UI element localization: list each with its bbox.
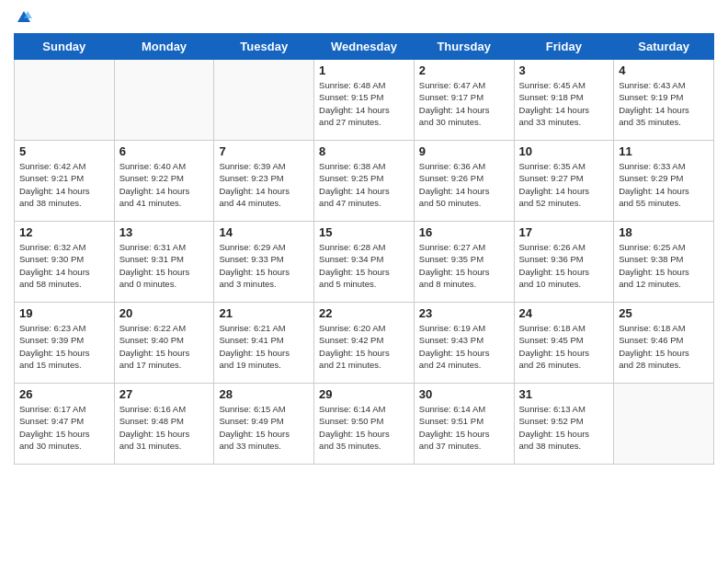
calendar-cell: 21Sunrise: 6:21 AMSunset: 9:41 PMDayligh…: [214, 303, 314, 384]
day-info: Sunrise: 6:40 AMSunset: 9:22 PMDaylight:…: [119, 160, 210, 209]
calendar-cell: 23Sunrise: 6:19 AMSunset: 9:43 PMDayligh…: [414, 303, 514, 384]
day-number: 7: [219, 144, 309, 158]
day-info: Sunrise: 6:21 AMSunset: 9:41 PMDaylight:…: [219, 322, 309, 371]
day-info: Sunrise: 6:14 AMSunset: 9:51 PMDaylight:…: [419, 403, 509, 452]
calendar-cell: 9Sunrise: 6:36 AMSunset: 9:26 PMDaylight…: [414, 141, 514, 222]
day-info: Sunrise: 6:42 AMSunset: 9:21 PMDaylight:…: [19, 160, 109, 209]
calendar-cell: 19Sunrise: 6:23 AMSunset: 9:39 PMDayligh…: [15, 303, 115, 384]
day-info: Sunrise: 6:48 AMSunset: 9:15 PMDaylight:…: [319, 79, 409, 128]
day-number: 8: [319, 144, 409, 158]
day-info: Sunrise: 6:29 AMSunset: 9:33 PMDaylight:…: [219, 241, 309, 290]
calendar-cell: 15Sunrise: 6:28 AMSunset: 9:34 PMDayligh…: [314, 222, 415, 303]
calendar-cell: 30Sunrise: 6:14 AMSunset: 9:51 PMDayligh…: [414, 384, 514, 465]
calendar-page: SundayMondayTuesdayWednesdayThursdayFrid…: [0, 0, 728, 563]
day-info: Sunrise: 6:32 AMSunset: 9:30 PMDaylight:…: [19, 241, 109, 290]
header: [14, 9, 714, 26]
calendar-cell: 29Sunrise: 6:14 AMSunset: 9:50 PMDayligh…: [314, 384, 415, 465]
calendar-cell: 17Sunrise: 6:26 AMSunset: 9:36 PMDayligh…: [514, 222, 614, 303]
calendar-cell: 12Sunrise: 6:32 AMSunset: 9:30 PMDayligh…: [15, 222, 115, 303]
day-info: Sunrise: 6:16 AMSunset: 9:48 PMDaylight:…: [119, 403, 210, 452]
weekday-header-tuesday: Tuesday: [214, 34, 314, 60]
day-info: Sunrise: 6:25 AMSunset: 9:38 PMDaylight:…: [619, 241, 709, 290]
calendar-cell: [214, 60, 314, 141]
calendar-cell: 5Sunrise: 6:42 AMSunset: 9:21 PMDaylight…: [15, 141, 115, 222]
calendar-cell: 22Sunrise: 6:20 AMSunset: 9:42 PMDayligh…: [314, 303, 415, 384]
calendar-cell: 7Sunrise: 6:39 AMSunset: 9:23 PMDaylight…: [214, 141, 314, 222]
day-info: Sunrise: 6:26 AMSunset: 9:36 PMDaylight:…: [519, 241, 609, 290]
weekday-header-sunday: Sunday: [15, 34, 115, 60]
calendar-cell: [614, 384, 714, 465]
day-number: 30: [419, 387, 509, 401]
day-number: 13: [119, 225, 210, 239]
day-number: 28: [219, 387, 309, 401]
day-info: Sunrise: 6:33 AMSunset: 9:29 PMDaylight:…: [619, 160, 709, 209]
weekday-header-row: SundayMondayTuesdayWednesdayThursdayFrid…: [15, 34, 714, 60]
day-number: 31: [519, 387, 609, 401]
calendar-cell: 27Sunrise: 6:16 AMSunset: 9:48 PMDayligh…: [114, 384, 214, 465]
day-number: 17: [519, 225, 609, 239]
day-number: 29: [319, 387, 409, 401]
weekday-header-monday: Monday: [114, 34, 214, 60]
day-number: 12: [19, 225, 109, 239]
day-number: 4: [619, 63, 709, 77]
day-number: 21: [219, 306, 309, 320]
weekday-header-wednesday: Wednesday: [314, 34, 415, 60]
day-info: Sunrise: 6:39 AMSunset: 9:23 PMDaylight:…: [219, 160, 309, 209]
calendar-cell: 18Sunrise: 6:25 AMSunset: 9:38 PMDayligh…: [614, 222, 714, 303]
logo: [14, 9, 32, 26]
day-info: Sunrise: 6:14 AMSunset: 9:50 PMDaylight:…: [319, 403, 409, 452]
day-number: 20: [119, 306, 210, 320]
calendar-cell: 16Sunrise: 6:27 AMSunset: 9:35 PMDayligh…: [414, 222, 514, 303]
calendar-cell: 26Sunrise: 6:17 AMSunset: 9:47 PMDayligh…: [15, 384, 115, 465]
day-info: Sunrise: 6:36 AMSunset: 9:26 PMDaylight:…: [419, 160, 509, 209]
day-number: 6: [119, 144, 210, 158]
weekday-header-friday: Friday: [514, 34, 614, 60]
calendar-cell: 31Sunrise: 6:13 AMSunset: 9:52 PMDayligh…: [514, 384, 614, 465]
day-info: Sunrise: 6:23 AMSunset: 9:39 PMDaylight:…: [19, 322, 109, 371]
day-number: 18: [619, 225, 709, 239]
day-info: Sunrise: 6:27 AMSunset: 9:35 PMDaylight:…: [419, 241, 509, 290]
calendar-week-row: 5Sunrise: 6:42 AMSunset: 9:21 PMDaylight…: [15, 141, 714, 222]
day-number: 27: [119, 387, 210, 401]
calendar-cell: 1Sunrise: 6:48 AMSunset: 9:15 PMDaylight…: [314, 60, 415, 141]
day-info: Sunrise: 6:20 AMSunset: 9:42 PMDaylight:…: [319, 322, 409, 371]
logo-icon: [16, 9, 32, 26]
calendar-week-row: 19Sunrise: 6:23 AMSunset: 9:39 PMDayligh…: [15, 303, 714, 384]
day-info: Sunrise: 6:15 AMSunset: 9:49 PMDaylight:…: [219, 403, 309, 452]
day-info: Sunrise: 6:35 AMSunset: 9:27 PMDaylight:…: [519, 160, 609, 209]
day-number: 5: [19, 144, 109, 158]
day-info: Sunrise: 6:18 AMSunset: 9:46 PMDaylight:…: [619, 322, 709, 371]
calendar-cell: 20Sunrise: 6:22 AMSunset: 9:40 PMDayligh…: [114, 303, 214, 384]
calendar-table: SundayMondayTuesdayWednesdayThursdayFrid…: [14, 33, 714, 465]
day-number: 3: [519, 63, 609, 77]
day-info: Sunrise: 6:13 AMSunset: 9:52 PMDaylight:…: [519, 403, 609, 452]
day-number: 2: [419, 63, 509, 77]
day-number: 25: [619, 306, 709, 320]
day-info: Sunrise: 6:28 AMSunset: 9:34 PMDaylight:…: [319, 241, 409, 290]
day-info: Sunrise: 6:17 AMSunset: 9:47 PMDaylight:…: [19, 403, 109, 452]
calendar-cell: 3Sunrise: 6:45 AMSunset: 9:18 PMDaylight…: [514, 60, 614, 141]
day-info: Sunrise: 6:45 AMSunset: 9:18 PMDaylight:…: [519, 79, 609, 128]
weekday-header-thursday: Thursday: [414, 34, 514, 60]
calendar-cell: 25Sunrise: 6:18 AMSunset: 9:46 PMDayligh…: [614, 303, 714, 384]
day-number: 10: [519, 144, 609, 158]
weekday-header-saturday: Saturday: [614, 34, 714, 60]
day-number: 23: [419, 306, 509, 320]
day-info: Sunrise: 6:18 AMSunset: 9:45 PMDaylight:…: [519, 322, 609, 371]
day-number: 1: [319, 63, 409, 77]
calendar-cell: 14Sunrise: 6:29 AMSunset: 9:33 PMDayligh…: [214, 222, 314, 303]
calendar-cell: 11Sunrise: 6:33 AMSunset: 9:29 PMDayligh…: [614, 141, 714, 222]
day-info: Sunrise: 6:31 AMSunset: 9:31 PMDaylight:…: [119, 241, 210, 290]
calendar-cell: 28Sunrise: 6:15 AMSunset: 9:49 PMDayligh…: [214, 384, 314, 465]
calendar-week-row: 1Sunrise: 6:48 AMSunset: 9:15 PMDaylight…: [15, 60, 714, 141]
calendar-week-row: 26Sunrise: 6:17 AMSunset: 9:47 PMDayligh…: [15, 384, 714, 465]
day-info: Sunrise: 6:19 AMSunset: 9:43 PMDaylight:…: [419, 322, 509, 371]
calendar-cell: 4Sunrise: 6:43 AMSunset: 9:19 PMDaylight…: [614, 60, 714, 141]
calendar-week-row: 12Sunrise: 6:32 AMSunset: 9:30 PMDayligh…: [15, 222, 714, 303]
calendar-cell: [114, 60, 214, 141]
day-number: 15: [319, 225, 409, 239]
calendar-cell: 10Sunrise: 6:35 AMSunset: 9:27 PMDayligh…: [514, 141, 614, 222]
calendar-cell: 6Sunrise: 6:40 AMSunset: 9:22 PMDaylight…: [114, 141, 214, 222]
calendar-cell: 2Sunrise: 6:47 AMSunset: 9:17 PMDaylight…: [414, 60, 514, 141]
day-number: 14: [219, 225, 309, 239]
